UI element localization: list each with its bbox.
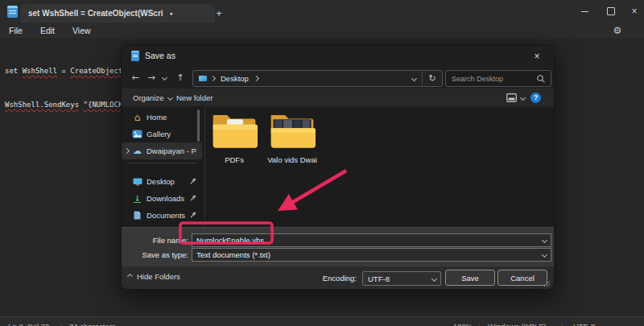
help-button[interactable]: ? bbox=[530, 92, 541, 103]
window-close-button[interactable]: × bbox=[622, 0, 644, 23]
dialog-body: ⌂ Home Gallery ☁ bbox=[122, 106, 554, 227]
file-name-label: File name: bbox=[122, 236, 188, 245]
status-encoding[interactable]: UTF-8 bbox=[573, 322, 595, 326]
folder-icon bbox=[269, 110, 316, 149]
breadcrumb[interactable]: Desktop ↻ bbox=[192, 70, 443, 87]
save-type-dropdown[interactable] bbox=[538, 253, 551, 257]
dialog-close-button[interactable]: × bbox=[527, 48, 547, 64]
hide-folders-button[interactable]: Hide Folders bbox=[128, 272, 180, 281]
nav-up-button[interactable]: ↑ bbox=[173, 70, 188, 85]
sidebar-item-downloads[interactable]: ↓ Downloads bbox=[122, 190, 202, 207]
chevron-down-icon bbox=[541, 252, 547, 258]
cancel-button[interactable]: Cancel bbox=[497, 270, 547, 286]
address-dropdown-button[interactable] bbox=[406, 76, 422, 80]
maximize-button[interactable] bbox=[599, 0, 623, 23]
search-box[interactable] bbox=[445, 70, 551, 87]
save-type-field[interactable]: Text documents (*.txt) bbox=[192, 248, 551, 262]
home-icon: ⌂ bbox=[131, 112, 143, 123]
nav-back-button[interactable]: ← bbox=[128, 70, 142, 85]
dialog-navbar: ← → ↑ Desktop ↻ bbox=[122, 67, 554, 89]
view-icon bbox=[506, 93, 517, 102]
menu-edit[interactable]: Edit bbox=[31, 23, 64, 39]
folder-name: Valo vids Dwai bbox=[263, 155, 321, 164]
chevron-down-icon bbox=[411, 76, 416, 81]
close-icon: × bbox=[631, 6, 637, 17]
sidebar-item-gallery[interactable]: Gallery bbox=[122, 126, 202, 142]
settings-gear-icon[interactable]: ⚙ bbox=[608, 23, 627, 39]
encoding-label: Encoding: bbox=[316, 274, 357, 283]
search-icon bbox=[536, 74, 546, 84]
dialog-title: Save as bbox=[145, 51, 175, 60]
chevron-down-icon bbox=[167, 94, 173, 100]
pin-icon bbox=[190, 211, 196, 220]
downloads-icon: ↓ bbox=[134, 195, 140, 203]
resize-grip[interactable] bbox=[543, 280, 551, 287]
minimize-icon bbox=[581, 11, 588, 12]
sidebar-item-onedrive[interactable]: ☁ Dwaipayan - Per bbox=[122, 142, 202, 159]
notepad-tab[interactable]: set WshShell = CreateObject(WScri ● bbox=[20, 4, 215, 23]
new-folder-button[interactable]: New folder bbox=[176, 92, 213, 103]
file-name-field[interactable] bbox=[192, 233, 551, 247]
sidebar-divider bbox=[128, 163, 197, 163]
chevron-right-icon bbox=[254, 76, 259, 81]
desktop-icon bbox=[131, 178, 143, 186]
view-toggle-button[interactable] bbox=[506, 92, 525, 103]
sidebar-item-home[interactable]: ⌂ Home bbox=[122, 109, 202, 126]
close-icon: × bbox=[534, 51, 539, 62]
maximize-icon bbox=[607, 7, 615, 15]
chevron-down-icon bbox=[431, 275, 436, 281]
status-char-count: 74 characters bbox=[69, 322, 116, 326]
sidebar-item-desktop[interactable]: Desktop bbox=[122, 173, 202, 190]
tab-title: set WshShell = CreateObject(WScri bbox=[28, 9, 163, 18]
status-cursor-position: Ln 2, Col 30 bbox=[8, 322, 49, 326]
folder-name: PDFs bbox=[205, 155, 263, 164]
dialog-fields: File name: Save as type: Text documents … bbox=[122, 227, 554, 267]
status-line-ending[interactable]: Windows (CRLF) bbox=[488, 322, 546, 326]
documents-icon bbox=[131, 211, 143, 220]
unsaved-dot-icon: ● bbox=[170, 10, 173, 16]
menu-view[interactable]: View bbox=[64, 23, 100, 39]
editor-text[interactable]: set WshShell = CreateObject(" WshShell.S… bbox=[5, 43, 131, 133]
breadcrumb-desktop[interactable]: Desktop bbox=[221, 74, 249, 83]
nav-recent-chevron[interactable] bbox=[159, 70, 170, 85]
folder-tile-valo-vids[interactable]: Valo vids Dwai bbox=[263, 110, 321, 164]
search-input[interactable] bbox=[446, 75, 536, 83]
pin-icon bbox=[190, 177, 196, 186]
new-tab-button[interactable]: + bbox=[211, 5, 227, 21]
dialog-footer: Hide Folders Encoding: UTF-8 Save Cancel bbox=[122, 266, 554, 289]
sidebar-scrollbar[interactable] bbox=[197, 109, 200, 142]
notepad-statusbar: Ln 2, Col 30 | 74 characters 100% | Wind… bbox=[0, 316, 644, 326]
organize-button[interactable]: Organize bbox=[133, 92, 172, 103]
chevron-right-icon bbox=[123, 148, 129, 154]
status-zoom-level[interactable]: 100% bbox=[453, 322, 473, 326]
chevron-down-icon bbox=[161, 74, 167, 80]
encoding-dropdown[interactable]: UTF-8 bbox=[362, 271, 441, 286]
code-line-1: set WshShell = CreateObject(" bbox=[5, 65, 131, 76]
notepad-app-icon bbox=[7, 6, 18, 18]
code-line-2: WshShell.SendKeys "{NUMLOCK}" bbox=[5, 99, 131, 110]
screenshot-root: set WshShell = CreateObject(WScri ● + × … bbox=[0, 0, 644, 326]
refresh-button[interactable]: ↻ bbox=[422, 72, 442, 85]
save-button[interactable]: Save bbox=[445, 270, 495, 286]
chevron-down-icon bbox=[541, 237, 547, 243]
folder-tile-pdfs[interactable]: PDFs bbox=[205, 110, 263, 164]
sidebar-item-documents[interactable]: Documents bbox=[122, 207, 202, 224]
chevron-down-icon bbox=[520, 94, 526, 100]
notepad-titlebar: set WshShell = CreateObject(WScri ● + × bbox=[0, 0, 644, 23]
desktop-mini-icon bbox=[199, 76, 207, 81]
file-name-input[interactable] bbox=[192, 236, 538, 245]
help-icon: ? bbox=[530, 93, 541, 103]
encoding-value: UTF-8 bbox=[363, 274, 427, 283]
minimize-button[interactable] bbox=[572, 0, 597, 23]
save-as-dialog: Save as × ← → ↑ Desktop ↻ bbox=[121, 44, 555, 290]
folder-icon bbox=[211, 110, 258, 149]
save-type-value: Text documents (*.txt) bbox=[192, 250, 538, 259]
notepad-menubar: File Edit View bbox=[0, 23, 644, 39]
chevron-right-icon bbox=[210, 76, 216, 81]
file-name-dropdown[interactable] bbox=[538, 238, 551, 242]
nav-forward-button[interactable]: → bbox=[144, 70, 159, 85]
pin-icon bbox=[190, 194, 196, 203]
gallery-icon bbox=[131, 130, 143, 138]
menu-file[interactable]: File bbox=[0, 23, 31, 39]
save-type-label: Save as type: bbox=[122, 250, 188, 259]
